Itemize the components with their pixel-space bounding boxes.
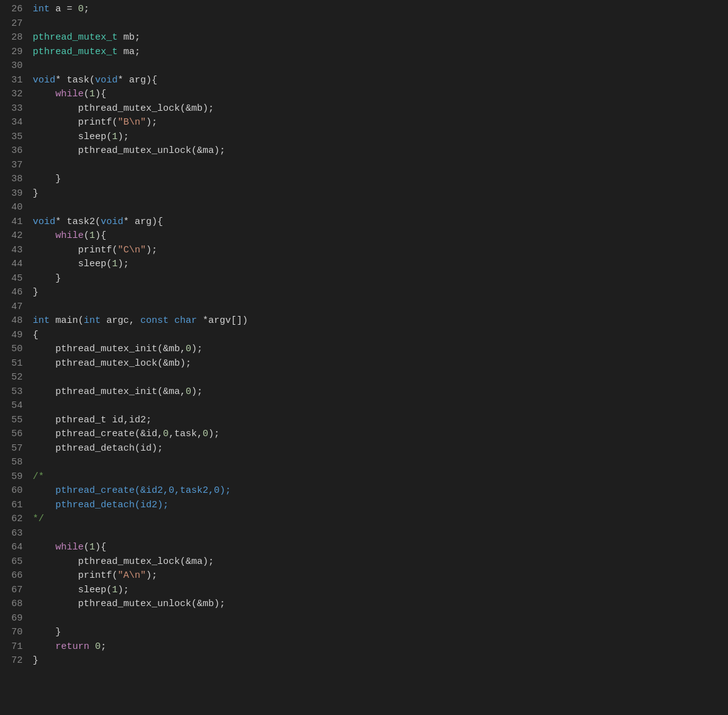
code-line: 33 pthread_mutex_lock(&mb);: [0, 102, 728, 116]
line-content: return 0;: [33, 640, 723, 655]
line-number: 53: [0, 385, 23, 400]
line-number: 72: [0, 654, 23, 668]
line-content: while(1){: [33, 87, 723, 102]
line-content: pthread_detach(id2);: [33, 498, 723, 513]
line-number: 71: [0, 640, 23, 655]
line-content: [33, 17, 723, 31]
line-content: }: [33, 626, 723, 640]
line-number: 58: [0, 456, 23, 470]
code-line: 62*/: [0, 512, 728, 527]
line-number: 55: [0, 414, 23, 428]
code-line: 65 pthread_mutex_lock(&ma);: [0, 555, 728, 570]
line-content: printf("C\n");: [33, 244, 723, 258]
line-number: 41: [0, 215, 23, 230]
line-content: void* task2(void* arg){: [33, 215, 723, 230]
code-line: 43 printf("C\n");: [0, 244, 728, 258]
code-editor: 26int a = 0;27 28pthread_mutex_t mb;29pt…: [0, 0, 728, 715]
line-content: pthread_mutex_unlock(&mb);: [33, 597, 723, 612]
line-content: }: [33, 172, 723, 187]
code-line: 47: [0, 300, 728, 315]
line-number: 54: [0, 399, 23, 414]
line-number: 68: [0, 597, 23, 612]
code-line: 40: [0, 201, 728, 215]
code-line: 69: [0, 612, 728, 626]
code-line: 48int main(int argc, const char *argv[]): [0, 314, 728, 329]
line-number: 70: [0, 626, 23, 640]
code-line: 66 printf("A\n");: [0, 569, 728, 583]
code-line: 34 printf("B\n");: [0, 116, 728, 130]
line-number: 30: [0, 59, 23, 74]
line-number: 63: [0, 527, 23, 541]
line-content: pthread_mutex_unlock(&ma);: [33, 144, 723, 159]
line-number: 31: [0, 74, 23, 88]
code-line: 54: [0, 399, 728, 414]
line-content: [33, 399, 723, 414]
line-number: 69: [0, 612, 23, 626]
line-number: 56: [0, 427, 23, 442]
code-line: 55 pthread_t id,id2;: [0, 414, 728, 428]
line-number: 37: [0, 159, 23, 173]
line-content: [33, 201, 723, 215]
line-number: 39: [0, 187, 23, 201]
line-content: pthread_mutex_lock(&mb);: [33, 102, 723, 116]
line-number: 40: [0, 201, 23, 215]
code-line: 37: [0, 159, 728, 173]
line-content: */: [33, 512, 723, 527]
line-content: pthread_create(&id,0,task,0);: [33, 427, 723, 442]
code-line: 51 pthread_mutex_lock(&mb);: [0, 357, 728, 371]
line-content: pthread_mutex_t ma;: [33, 45, 723, 60]
code-line: 68 pthread_mutex_unlock(&mb);: [0, 597, 728, 612]
code-line: 70 }: [0, 626, 728, 640]
line-content: [33, 527, 723, 541]
line-content: int a = 0;: [33, 3, 723, 17]
line-content: while(1){: [33, 229, 723, 244]
code-line: 59/*: [0, 470, 728, 485]
line-content: pthread_mutex_init(&mb,0);: [33, 342, 723, 357]
line-content: [33, 371, 723, 385]
code-line: 29pthread_mutex_t ma;: [0, 45, 728, 60]
line-number: 49: [0, 329, 23, 343]
code-line: 49{: [0, 329, 728, 343]
code-line: 31void* task(void* arg){: [0, 74, 728, 88]
line-content: [33, 612, 723, 626]
line-number: 35: [0, 130, 23, 145]
line-number: 64: [0, 541, 23, 555]
line-number: 48: [0, 314, 23, 329]
line-number: 61: [0, 498, 23, 513]
line-content: pthread_detach(id);: [33, 442, 723, 456]
line-number: 57: [0, 442, 23, 456]
line-number: 28: [0, 31, 23, 45]
line-content: sleep(1);: [33, 583, 723, 598]
code-line: 44 sleep(1);: [0, 257, 728, 272]
line-number: 34: [0, 116, 23, 130]
code-line: 60 pthread_create(&id2,0,task2,0);: [0, 484, 728, 498]
code-line: 35 sleep(1);: [0, 130, 728, 145]
code-line: 61 pthread_detach(id2);: [0, 498, 728, 513]
code-line: 56 pthread_create(&id,0,task,0);: [0, 427, 728, 442]
line-number: 60: [0, 484, 23, 498]
code-line: 39}: [0, 187, 728, 201]
code-line: 36 pthread_mutex_unlock(&ma);: [0, 144, 728, 159]
line-content: pthread_t id,id2;: [33, 414, 723, 428]
line-content: {: [33, 329, 723, 343]
line-number: 65: [0, 555, 23, 570]
code-line: 64 while(1){: [0, 541, 728, 555]
line-content: }: [33, 272, 723, 286]
line-number: 43: [0, 244, 23, 258]
line-number: 47: [0, 300, 23, 315]
code-line: 58: [0, 456, 728, 470]
code-line: 28pthread_mutex_t mb;: [0, 31, 728, 45]
code-line: 32 while(1){: [0, 87, 728, 102]
line-content: [33, 159, 723, 173]
line-content: pthread_mutex_lock(&mb);: [33, 357, 723, 371]
line-number: 50: [0, 342, 23, 357]
line-content: int main(int argc, const char *argv[]): [33, 314, 723, 329]
line-number: 67: [0, 583, 23, 598]
code-line: 38 }: [0, 172, 728, 187]
line-number: 59: [0, 470, 23, 485]
code-line: 30: [0, 59, 728, 74]
line-content: pthread_mutex_init(&ma,0);: [33, 385, 723, 400]
line-content: [33, 300, 723, 315]
code-line: 53 pthread_mutex_init(&ma,0);: [0, 385, 728, 400]
line-content: pthread_mutex_lock(&ma);: [33, 555, 723, 570]
